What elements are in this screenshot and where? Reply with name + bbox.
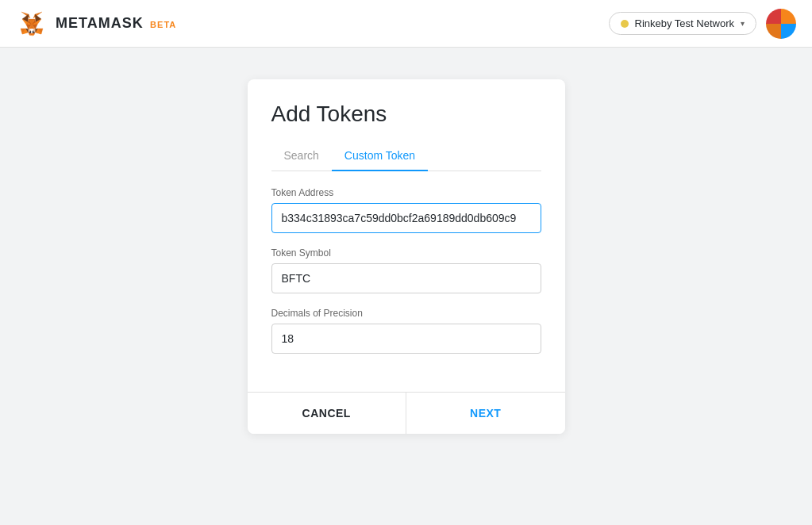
header-left: METAMASK BETA — [16, 8, 176, 40]
main-content: Add Tokens Search Custom Token Token Add… — [0, 48, 812, 525]
tab-custom-token[interactable]: Custom Token — [332, 143, 428, 171]
token-address-group: Token Address — [271, 187, 541, 233]
cancel-button[interactable]: CANCEL — [248, 393, 407, 434]
chevron-down-icon: ▾ — [741, 19, 745, 28]
network-name: Rinkeby Test Network — [635, 17, 734, 29]
next-button[interactable]: NEXT — [406, 393, 565, 434]
header-right: Rinkeby Test Network ▾ — [609, 9, 796, 39]
token-address-input[interactable] — [271, 203, 541, 233]
tabs: Search Custom Token — [271, 143, 541, 171]
app-name-text: METAMASK — [56, 15, 144, 31]
token-symbol-group: Token Symbol — [271, 247, 541, 293]
card-body: Add Tokens Search Custom Token Token Add… — [248, 79, 565, 392]
decimals-group: Decimals of Precision — [271, 308, 541, 354]
token-symbol-label: Token Symbol — [271, 247, 541, 259]
token-address-label: Token Address — [271, 187, 541, 198]
metamask-logo — [16, 8, 48, 40]
network-selector[interactable]: Rinkeby Test Network ▾ — [609, 12, 756, 35]
app-name-label: METAMASK BETA — [56, 15, 176, 32]
card-footer: CANCEL NEXT — [248, 392, 565, 434]
page-title: Add Tokens — [271, 102, 541, 127]
token-symbol-input[interactable] — [271, 263, 541, 293]
header: METAMASK BETA Rinkeby Test Network ▾ — [0, 0, 812, 48]
decimals-input[interactable] — [271, 324, 541, 354]
network-status-dot — [621, 20, 629, 28]
add-tokens-card: Add Tokens Search Custom Token Token Add… — [248, 79, 565, 434]
avatar[interactable] — [766, 9, 796, 39]
tab-search[interactable]: Search — [271, 143, 332, 171]
beta-badge: BETA — [150, 20, 176, 29]
decimals-label: Decimals of Precision — [271, 308, 541, 319]
